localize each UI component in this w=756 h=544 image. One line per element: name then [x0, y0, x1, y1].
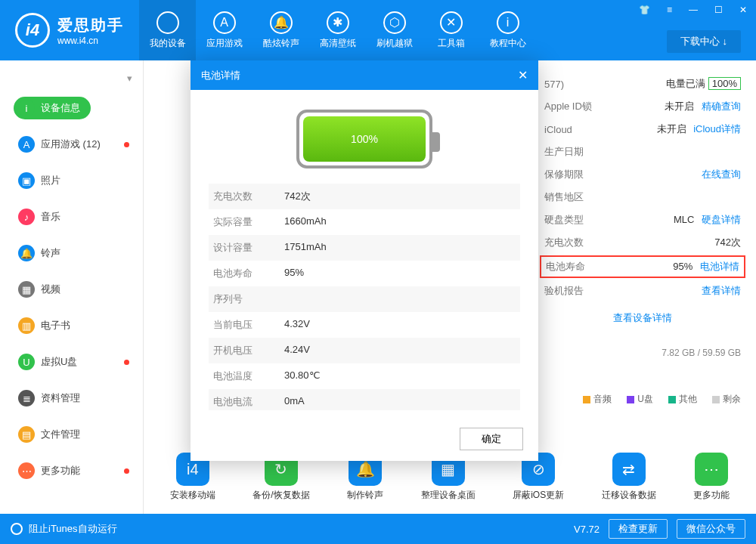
nav-icon: i: [497, 11, 519, 34]
sidebar-item-设备信息[interactable]: i设备信息: [0, 90, 143, 126]
notification-dot-icon: [124, 468, 129, 474]
version-label: V7.72: [574, 524, 600, 535]
action-icon: ⇄: [612, 453, 646, 486]
battery-full-pct: 100%: [708, 77, 741, 90]
battery-full-label: 电量已满: [666, 78, 705, 89]
app-name: 爱思助手: [57, 15, 124, 36]
device-info-panel: 577) 电量已满 100% Apple ID锁未开启 精确查询iCloud未开…: [544, 73, 741, 358]
download-center-button[interactable]: 下载中心 ↓: [667, 30, 741, 53]
tshirt-icon[interactable]: 👕: [634, 3, 655, 17]
app-logo-icon: i4: [15, 13, 50, 48]
app-url: www.i4.cn: [57, 36, 124, 46]
info-row-生产日期: 生产日期: [544, 141, 741, 163]
link-iCloud详情[interactable]: iCloud详情: [693, 123, 741, 134]
battery-row-设计容量: 设计容量1751mAh: [209, 235, 520, 261]
maximize-icon[interactable]: ☐: [710, 3, 727, 17]
info-row-充电次数: 充电次数742次: [544, 231, 741, 254]
battery-row-充电次数: 充电次数742次: [209, 184, 520, 209]
battery-fill-pct: 100%: [303, 116, 426, 162]
modal-close-icon[interactable]: ✕: [518, 68, 528, 82]
legend-剩余: 剩余: [712, 393, 741, 406]
wechat-button[interactable]: 微信公众号: [677, 519, 745, 539]
close-icon[interactable]: ✕: [735, 3, 751, 17]
nav-工具箱[interactable]: ✕工具箱: [423, 0, 479, 60]
battery-row-实际容量: 实际容量1660mAh: [209, 209, 520, 235]
info-row-硬盘类型: 硬盘类型MLC 硬盘详情: [544, 209, 741, 231]
sidebar-icon: ♪: [18, 209, 35, 225]
nav-酷炫铃声[interactable]: 🔔酷炫铃声: [253, 0, 309, 60]
sidebar: ▾ i设备信息A应用游戏 (12)▣照片♪音乐🔔铃声▦视频▥电子书U虚拟U盘≣资…: [0, 60, 144, 514]
legend-swatch-icon: [712, 396, 720, 403]
device-selector[interactable]: ▾: [0, 66, 143, 90]
sidebar-item-音乐[interactable]: ♪音乐: [0, 199, 143, 235]
legend-swatch-icon: [583, 396, 590, 403]
battery-row-序列号: 序列号: [209, 286, 520, 312]
link-精确查询[interactable]: 精确查询: [702, 100, 741, 112]
info-row-验机报告: 验机报告 查看详情: [544, 280, 741, 302]
sidebar-icon: i: [18, 100, 35, 116]
sidebar-icon: ≣: [18, 390, 35, 406]
info-row-销售地区: 销售地区: [544, 186, 741, 209]
settings-icon[interactable]: ≡: [662, 3, 677, 17]
battery-cap-icon: [432, 132, 440, 152]
battery-row-开机电压: 开机电压4.24V: [209, 338, 520, 363]
nav-icon: A: [213, 11, 236, 34]
nav-教程中心[interactable]: i教程中心: [479, 0, 536, 60]
storage-legend: 音频U盘其他剩余: [583, 393, 741, 406]
sidebar-icon: A: [18, 136, 35, 153]
sidebar-item-虚拟U盘[interactable]: U虚拟U盘: [0, 344, 143, 380]
sidebar-item-应用游戏  (12)[interactable]: A应用游戏 (12): [0, 126, 143, 162]
sidebar-icon: ▥: [18, 317, 35, 334]
sidebar-item-文件管理[interactable]: ▤文件管理: [0, 416, 143, 453]
battery-row-电池电流: 电池电流0mA: [209, 389, 520, 410]
sidebar-item-资料管理[interactable]: ≣资料管理: [0, 380, 143, 416]
battery-row-电池寿命: 电池寿命95%: [209, 261, 520, 286]
battery-row-当前电压: 当前电压4.32V: [209, 312, 520, 338]
sidebar-item-更多功能[interactable]: ⋯更多功能: [0, 453, 143, 489]
window-controls: 👕 ≡ — ☐ ✕: [634, 3, 751, 17]
modal-header: 电池详情 ✕: [191, 60, 538, 90]
chevron-down-icon: ▾: [127, 73, 132, 84]
battery-row-电池温度: 电池温度30.80℃: [209, 363, 520, 389]
action-icon: ⋯: [695, 453, 728, 486]
minimize-icon[interactable]: —: [684, 3, 702, 17]
link-电池详情[interactable]: 电池详情: [700, 261, 739, 272]
sidebar-icon: ⋯: [18, 462, 35, 479]
sidebar-icon: ▦: [18, 281, 35, 298]
sidebar-item-铃声[interactable]: 🔔铃声: [0, 235, 143, 271]
notification-dot-icon: [124, 360, 129, 365]
sidebar-icon: U: [18, 354, 35, 370]
battery-graphic: 100%: [191, 90, 538, 184]
sidebar-icon: ▤: [18, 426, 35, 443]
itunes-block-label[interactable]: 阻止iTunes自动运行: [29, 522, 117, 536]
ok-button[interactable]: 确定: [460, 428, 523, 450]
sidebar-item-电子书[interactable]: ▥电子书: [0, 308, 143, 344]
nav-我的设备[interactable]: 我的设备: [139, 0, 196, 60]
sidebar-icon: ▣: [18, 172, 35, 189]
nav-icon: 🔔: [270, 11, 293, 34]
sidebar-item-视频[interactable]: ▦视频: [0, 271, 143, 308]
link-查看详情[interactable]: 查看详情: [702, 285, 741, 296]
notification-dot-icon: [124, 142, 129, 147]
storage-text: 7.82 GB / 59.59 GB: [544, 334, 741, 358]
nav-刷机越狱[interactable]: ⬡刷机越狱: [366, 0, 423, 60]
legend-U盘: U盘: [627, 393, 653, 406]
action-迁移设备数据[interactable]: ⇄迁移设备数据: [602, 453, 656, 502]
info-row-iCloud: iCloud未开启 iCloud详情: [544, 118, 741, 141]
nav-icon: [156, 11, 179, 34]
modal-title: 电池详情: [201, 69, 240, 82]
legend-音频: 音频: [583, 393, 612, 406]
link-在线查询[interactable]: 在线查询: [702, 168, 741, 180]
nav-icon: ⬡: [383, 11, 406, 34]
info-row-保修期限: 保修期限 在线查询: [544, 163, 741, 186]
app-header: i4 爱思助手 www.i4.cn 我的设备A应用游戏🔔酷炫铃声✱高清壁纸⬡刷机…: [0, 0, 756, 60]
legend-swatch-icon: [627, 396, 634, 403]
link-硬盘详情[interactable]: 硬盘详情: [702, 214, 741, 225]
sidebar-item-照片[interactable]: ▣照片: [0, 162, 143, 199]
check-update-button[interactable]: 检查更新: [609, 519, 668, 539]
battery-detail-list: 充电次数742次实际容量1660mAh设计容量1751mAh电池寿命95%序列号…: [191, 184, 538, 410]
action-更多功能[interactable]: ⋯更多功能: [693, 453, 730, 502]
view-device-details-link[interactable]: 查看设备详情: [544, 302, 741, 334]
nav-高清壁纸[interactable]: ✱高清壁纸: [309, 0, 366, 60]
nav-应用游戏[interactable]: A应用游戏: [196, 0, 253, 60]
